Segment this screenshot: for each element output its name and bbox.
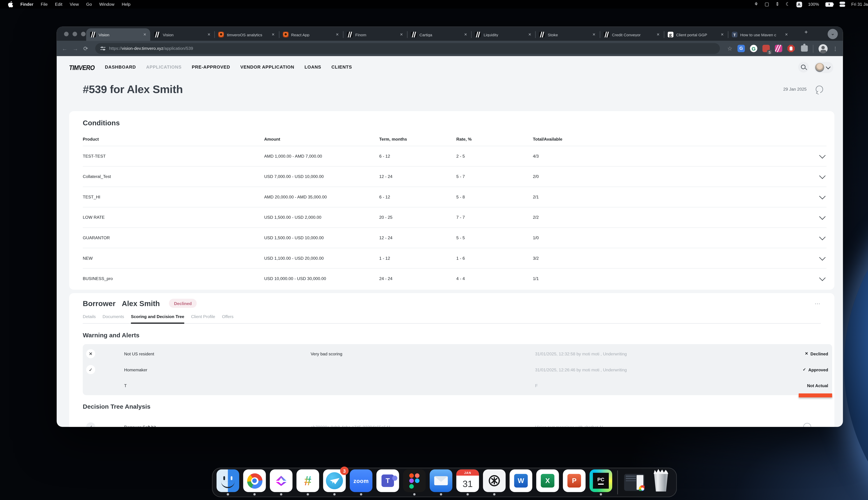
condition-row[interactable]: Collateral_Test USD 7,000.00 - USD 10,00… [83, 166, 826, 186]
close-window-button[interactable] [64, 32, 69, 36]
translate-extension-icon[interactable]: G [738, 45, 745, 52]
tab-close-icon[interactable]: ✕ [400, 32, 403, 37]
timvero-logo[interactable]: TIMVERO [69, 64, 95, 71]
condition-row[interactable]: TEST_HI AMD 20,000.00 - AMD 35,000.00 6 … [83, 186, 826, 207]
tab-close-icon[interactable]: ✕ [656, 32, 660, 37]
nav-pre-approved[interactable]: PRE-APPROVED [192, 65, 230, 70]
tab-close-icon[interactable]: ✕ [785, 32, 788, 37]
condition-row[interactable]: NEW USD 1,100.00 - USD 20,000.00 1 - 12 … [83, 248, 826, 268]
condition-row[interactable]: TEST-TEST AMD 1,000.00 - AMD 7,000.00 6 … [83, 146, 826, 166]
tab-scoring-decision-tree[interactable]: Scoring and Decision Tree [131, 314, 184, 324]
tab-close-icon[interactable]: ✕ [464, 32, 467, 37]
status-utility-icon[interactable]: ⚘ [754, 2, 758, 7]
browser-profile-avatar[interactable] [819, 44, 827, 53]
nav-dashboard[interactable]: DASHBOARD [105, 65, 136, 70]
stage-manager-icon[interactable]: ⇕ [775, 2, 779, 7]
pink-extension-icon[interactable] [775, 45, 782, 52]
tab-vision-active[interactable]: Vision ✕ [86, 28, 150, 41]
menu-view[interactable]: View [70, 2, 79, 7]
chevron-down-icon[interactable] [819, 254, 825, 260]
tab-finom[interactable]: Finom ✕ [343, 28, 407, 41]
dock-powerpoint[interactable]: P [563, 469, 585, 495]
borrower-menu-icon[interactable]: ⋯ [814, 300, 821, 306]
chevron-down-icon[interactable] [819, 234, 825, 240]
tab-offers[interactable]: Offers [222, 314, 233, 323]
extensions-puzzle-icon[interactable] [801, 45, 808, 52]
tab-vision-2[interactable]: Vision ✕ [150, 28, 215, 41]
chevron-down-icon[interactable] [819, 152, 825, 158]
address-bar[interactable]: https://vision-dev.timvero.xyz/applicati… [95, 43, 720, 54]
menu-app-name[interactable]: Finder [21, 2, 34, 7]
new-tab-button[interactable]: + [804, 29, 808, 35]
battery-icon[interactable] [825, 2, 833, 7]
control-center-icon[interactable] [840, 2, 845, 7]
nav-vendor-application[interactable]: VENDOR APPLICATION [240, 65, 294, 70]
dock-zoom[interactable]: zoom [350, 469, 373, 495]
nav-loans[interactable]: LOANS [305, 65, 321, 70]
tab-client-profile[interactable]: Client Profile [191, 314, 215, 323]
dock-word[interactable]: W [510, 469, 533, 495]
menu-go[interactable]: Go [86, 2, 92, 7]
warning-row[interactable]: ✕ Not US resident Very bad scoring 31/01… [83, 346, 832, 362]
adblock-extension-icon[interactable] [787, 45, 795, 52]
dock-trash[interactable] [650, 469, 672, 495]
tab-liquidity[interactable]: Liquidity ✕ [471, 28, 535, 41]
condition-row[interactable]: BUSINESS_pro USD 10,000.00 - USD 30,000.… [83, 268, 826, 288]
condition-row[interactable]: LOW RATE USD 1,500.00 - USD 2,000.00 20 … [83, 207, 826, 227]
user-menu[interactable] [814, 61, 833, 73]
apple-menu-icon[interactable] [8, 1, 13, 8]
menu-edit[interactable]: Edit [55, 2, 62, 7]
nav-clients[interactable]: CLIENTS [331, 65, 352, 70]
dock-calendar[interactable]: JAN 31 [456, 469, 479, 495]
warning-row[interactable]: T F Not Actual [83, 378, 832, 394]
tab-client-portal-ggp[interactable]: g Client portal GGP ✕ [664, 28, 728, 41]
tab-documents[interactable]: Documents [103, 314, 124, 323]
warning-row[interactable]: ✓ Homemaker 31/01/2025, 12:26:46 by moti… [83, 362, 832, 377]
dock-chrome[interactable] [243, 469, 266, 495]
comments-icon[interactable] [816, 86, 823, 93]
search-icon[interactable] [798, 62, 809, 72]
reload-icon[interactable]: ⟳ [83, 46, 88, 52]
focus-moon-icon[interactable]: ☾ [786, 2, 790, 7]
tab-close-icon[interactable]: ✕ [528, 32, 532, 37]
forward-icon[interactable]: → [72, 46, 78, 52]
dock-excel[interactable]: X [536, 469, 559, 495]
site-settings-icon[interactable] [101, 46, 105, 51]
extension-with-badge-icon[interactable]: 5 [763, 45, 770, 52]
input-source-icon[interactable]: A [796, 1, 802, 7]
screen-mirroring-icon[interactable]: ▢ [765, 2, 769, 7]
tab-cartiga[interactable]: Cartiga ✕ [407, 28, 471, 41]
tab-details[interactable]: Details [83, 314, 96, 323]
dock-finder[interactable] [216, 469, 239, 495]
tab-how-to-use-maven[interactable]: T How to use Maven c ✕ [728, 28, 792, 41]
dock-chatgpt[interactable] [483, 469, 506, 495]
chevron-down-icon[interactable] [819, 214, 825, 220]
menu-file[interactable]: File [41, 2, 48, 7]
back-icon[interactable]: ← [62, 46, 68, 52]
nav-applications[interactable]: APPLICATIONS [146, 65, 182, 70]
browser-menu-icon[interactable]: ⋮ [833, 46, 838, 52]
chevron-down-icon[interactable] [819, 275, 825, 281]
tab-credit-conveyor[interactable]: Credit Conveyor ✕ [599, 28, 664, 41]
zoom-window-button[interactable] [81, 32, 85, 36]
minimize-window-button[interactable] [72, 32, 77, 36]
tab-close-icon[interactable]: ✕ [143, 32, 146, 37]
dock-mail[interactable] [430, 469, 453, 495]
tab-timveroos-analytics[interactable]: timveroOS analytics ✕ [215, 28, 279, 41]
tab-close-icon[interactable]: ✕ [272, 32, 275, 37]
dock-figma[interactable] [403, 469, 426, 495]
tab-react-app[interactable]: React App ✕ [278, 28, 343, 41]
row-action-icon[interactable] [803, 423, 811, 427]
bookmark-star-icon[interactable]: ☆ [727, 46, 732, 52]
tab-close-icon[interactable]: ✕ [207, 32, 210, 37]
tab-stoke[interactable]: Stoke ✕ [535, 28, 599, 41]
grammarly-extension-icon[interactable]: G [750, 45, 757, 52]
dock-slack[interactable]: # [297, 469, 319, 495]
menu-window[interactable]: Window [99, 2, 114, 7]
menu-help[interactable]: Help [122, 2, 130, 7]
decision-tree-row[interactable]: ✓ Borrower Soft hit eb70000c-0cb8-4cbc-a… [83, 419, 821, 427]
menu-clock[interactable]: Fri 31 Jan 13:33 [851, 2, 868, 7]
tab-search-button[interactable]: ⌄ [827, 29, 838, 39]
condition-row[interactable]: GUARANTOR USD 1,500.00 - USD 10,000.00 1… [83, 227, 826, 248]
dock-teams[interactable]: T [376, 469, 399, 495]
